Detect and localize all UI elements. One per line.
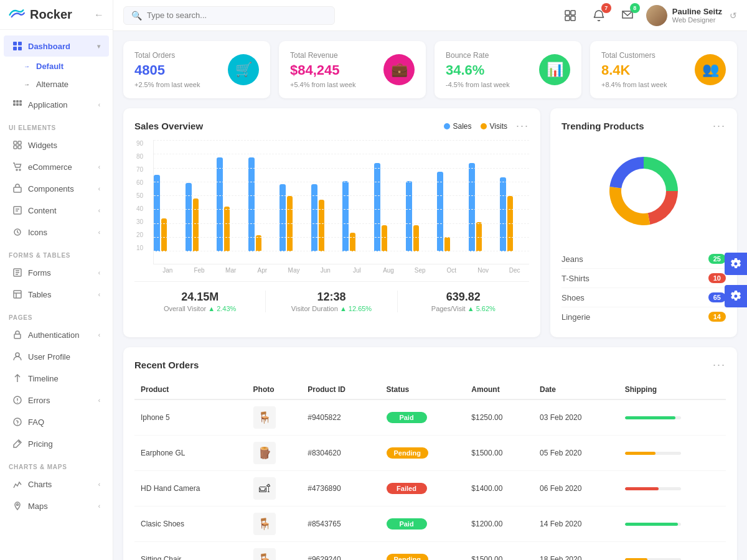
- order-shipping-4: [619, 542, 726, 561]
- sidebar-item-components[interactable]: Components ‹: [4, 178, 109, 199]
- trending-item-badge-1: 10: [708, 273, 726, 283]
- sidebar-item-widgets[interactable]: Widgets: [4, 134, 109, 156]
- stat-card-2: Bounce Rate 34.6% -4.5% from last week 📊: [435, 41, 581, 98]
- sidebar-item-timeline[interactable]: Timeline: [4, 368, 109, 389]
- sales-bar-10[interactable]: [469, 163, 475, 251]
- icons-nav-icon: [12, 227, 22, 237]
- sidebar-item-maps[interactable]: Maps ‹: [4, 495, 109, 516]
- order-amount-0: $1250.00: [465, 399, 533, 436]
- sales-bar-1[interactable]: [186, 183, 192, 251]
- bar-chart: 908070605040302010: [153, 140, 529, 264]
- visits-bar-1[interactable]: [193, 198, 199, 251]
- search-box[interactable]: 🔍: [123, 6, 335, 25]
- grid-line: [154, 154, 529, 154]
- shipping-bar-wrap: [625, 558, 720, 561]
- trending-menu-button[interactable]: ···: [713, 119, 726, 133]
- y-label: 50: [136, 192, 143, 199]
- bar-group-nov: [469, 163, 498, 251]
- x-label-jan: Jan: [153, 267, 182, 274]
- visits-bar-10[interactable]: [476, 222, 482, 251]
- messages-button[interactable]: 8: [618, 6, 637, 26]
- chart-menu-button[interactable]: ···: [516, 119, 529, 133]
- sales-bar-0[interactable]: [154, 175, 160, 251]
- sidebar-item-faq[interactable]: FAQ: [4, 411, 109, 432]
- table-row: Clasic Shoes 🪑 #8543765 Paid $1200.00 14…: [134, 506, 726, 542]
- sidebar-item-charts[interactable]: Charts ‹: [4, 474, 109, 495]
- sidebar-sub-item-default[interactable]: → Default: [0, 57, 113, 75]
- orders-header: Recent Orders ···: [134, 358, 726, 371]
- sales-bar-6[interactable]: [342, 181, 349, 251]
- sales-bar-11[interactable]: [500, 177, 506, 251]
- settings-fab-button[interactable]: [725, 253, 747, 275]
- sidebar-sub-item-alternate[interactable]: → Alternate: [0, 75, 113, 93]
- sidebar-toggle-icon[interactable]: ←: [94, 9, 104, 21]
- chart-header: Sales Overview SalesVisits ···: [134, 119, 529, 133]
- visits-bar-4[interactable]: [287, 196, 293, 251]
- content-chevron-icon: ‹: [98, 207, 100, 214]
- shipping-bar-bg: [625, 523, 681, 526]
- sales-bar-4[interactable]: [280, 184, 286, 251]
- shipping-bar-wrap: [625, 416, 720, 419]
- sales-bar-3[interactable]: [248, 157, 255, 251]
- visits-bar-8[interactable]: [413, 225, 419, 251]
- chart-stat-change-2: ▲ 5.62%: [467, 305, 496, 312]
- shipping-bar-fill: [625, 523, 679, 526]
- trending-item-2: Shoes 65: [561, 288, 726, 307]
- sales-bar-8[interactable]: [406, 181, 412, 251]
- user-info[interactable]: Pauline Seitz Web Designer ↺: [646, 5, 737, 26]
- sidebar-item-application[interactable]: Application ‹: [4, 94, 109, 115]
- sales-bar-9[interactable]: [437, 172, 443, 251]
- visits-bar-2[interactable]: [224, 207, 230, 251]
- sales-bar-7[interactable]: [374, 163, 380, 251]
- grid-view-button[interactable]: [560, 6, 580, 26]
- app-logo[interactable]: Rocker: [9, 7, 72, 22]
- sidebar-item-tables[interactable]: Tables ‹: [4, 284, 109, 305]
- bar-group-jan: [154, 175, 183, 251]
- visits-bar-6[interactable]: [350, 233, 355, 251]
- bar-group-oct: [437, 172, 466, 251]
- errors-chevron-icon: ‹: [98, 397, 100, 404]
- sidebar-item-authentication[interactable]: Authentication ‹: [4, 324, 109, 345]
- visits-bar-3[interactable]: [256, 235, 261, 251]
- sidebar-item-pricing[interactable]: Pricing: [4, 433, 109, 454]
- search-input[interactable]: [147, 11, 327, 20]
- visits-bar-9[interactable]: [444, 237, 450, 251]
- svg-rect-27: [565, 11, 570, 15]
- order-shipping-2: [619, 471, 726, 506]
- sidebar-item-content[interactable]: Content ‹: [4, 200, 109, 221]
- x-label-dec: Dec: [500, 267, 529, 274]
- tables-icon: [12, 289, 22, 299]
- settings-fab-button-2[interactable]: [725, 285, 747, 307]
- legend-item-visits: Visits: [481, 122, 507, 131]
- visits-bar-0[interactable]: [161, 218, 167, 251]
- tables-chevron-icon: ‹: [98, 291, 100, 298]
- sales-bar-5[interactable]: [311, 184, 317, 251]
- orders-menu-button[interactable]: ···: [713, 358, 726, 371]
- notifications-button[interactable]: 7: [589, 6, 609, 26]
- y-label: 90: [136, 140, 143, 147]
- sidebar-item-forms[interactable]: Forms ‹: [4, 262, 109, 283]
- sidebar-item-dashboard[interactable]: Dashboard ▾: [4, 35, 109, 57]
- order-status-0: Paid: [380, 399, 466, 436]
- stat-info-1: Total Revenue $84,245 +5.4% from last we…: [290, 51, 355, 88]
- x-label-apr: Apr: [248, 267, 277, 274]
- svg-rect-5: [16, 100, 19, 103]
- x-label-aug: Aug: [374, 267, 403, 274]
- donut-segment-t-shirts: [648, 191, 678, 225]
- chart-stats: 24.15M Overall Visitor ▲ 2.43% 12:38 Vis…: [134, 281, 529, 312]
- chart-stat-label-1: Visitor Duration ▲ 12.65%: [266, 305, 397, 312]
- trending-item-badge-2: 65: [708, 292, 726, 302]
- sidebar-item-user-profile[interactable]: User Profile: [4, 346, 109, 367]
- svg-rect-8: [16, 103, 19, 106]
- order-status-2: Failed: [380, 471, 466, 506]
- visits-bar-11[interactable]: [507, 196, 513, 251]
- svg-rect-0: [13, 42, 17, 45]
- sidebar-item-ecommerce[interactable]: eCommerce ‹: [4, 156, 109, 177]
- sales-bar-2[interactable]: [217, 157, 223, 251]
- maps-icon: [12, 501, 22, 511]
- sidebar-item-icons[interactable]: Icons ‹: [4, 222, 109, 243]
- visits-bar-7[interactable]: [382, 225, 387, 251]
- sidebar-item-errors[interactable]: Errors ‹: [4, 390, 109, 411]
- svg-rect-12: [14, 146, 17, 149]
- visits-bar-5[interactable]: [319, 200, 324, 251]
